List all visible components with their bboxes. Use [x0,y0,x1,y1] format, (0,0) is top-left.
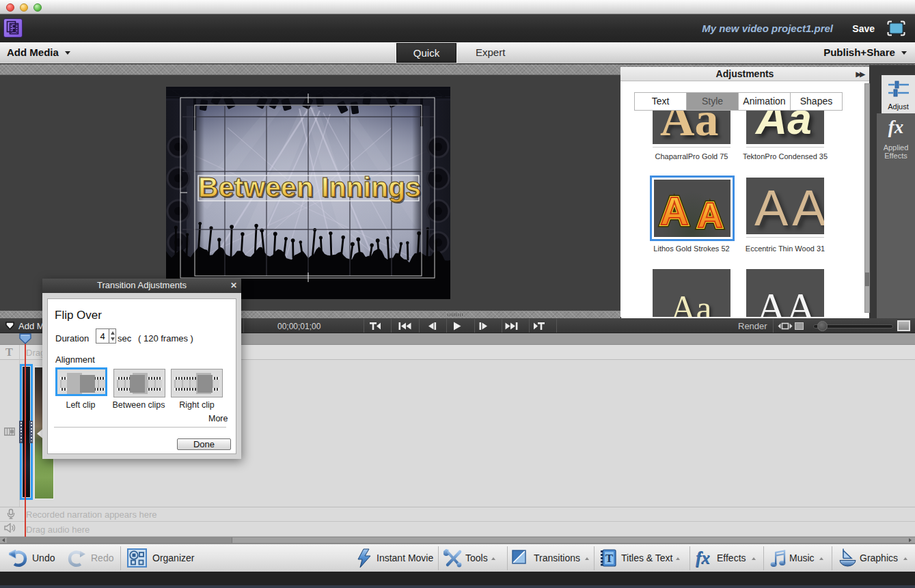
svg-text:A: A [697,195,723,235]
svg-text:A: A [660,188,689,233]
svg-text:T: T [605,552,614,565]
svg-text:Between Innings: Between Innings [198,171,421,203]
